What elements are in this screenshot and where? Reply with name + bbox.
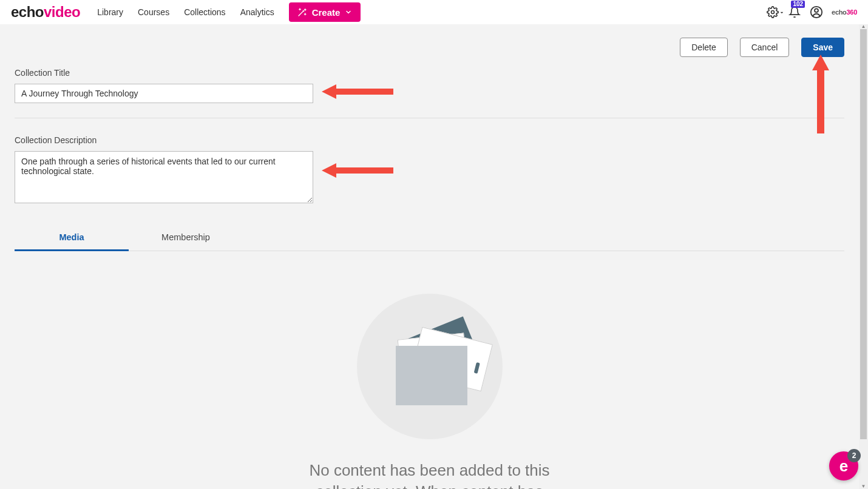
delete-button[interactable]: Delete — [680, 38, 727, 57]
svg-point-0 — [771, 11, 775, 14]
nav-courses[interactable]: Courses — [138, 7, 169, 17]
action-bar: Delete Cancel Save — [15, 38, 844, 57]
empty-illustration — [357, 294, 503, 439]
empty-line-1: No content has been added to this — [309, 461, 549, 479]
echo360-logo[interactable]: echo360 — [832, 8, 857, 16]
nav-library[interactable]: Library — [97, 7, 123, 17]
tab-membership[interactable]: Membership — [129, 225, 243, 251]
empty-state-text: No content has been added to this collec… — [309, 460, 549, 489]
scrollbar-thumb[interactable] — [860, 29, 867, 439]
magic-wand-icon — [297, 7, 307, 17]
chevron-down-icon — [779, 10, 784, 15]
settings-icon[interactable] — [766, 5, 779, 19]
content-area: ▲ ▼ Delete Cancel Save Collection Title … — [0, 24, 868, 489]
cancel-button[interactable]: Cancel — [740, 38, 790, 57]
top-nav: echovideo Library Courses Collections An… — [0, 0, 868, 24]
create-button[interactable]: Create — [289, 2, 361, 22]
svg-point-2 — [815, 8, 818, 12]
scrollbar-up-icon[interactable]: ▲ — [859, 24, 868, 29]
empty-state: No content has been added to this collec… — [15, 294, 844, 489]
chat-launcher[interactable]: e 2 — [829, 451, 858, 481]
notifications-badge: 102 — [791, 1, 805, 8]
collection-title-input[interactable] — [15, 84, 313, 103]
scrollbar[interactable]: ▲ ▼ — [859, 24, 868, 489]
notifications-icon[interactable]: 102 — [788, 5, 801, 19]
chat-glyph: e — [839, 457, 848, 476]
chat-count-badge: 2 — [847, 449, 861, 462]
collection-title-label: Collection Title — [15, 68, 844, 78]
create-button-label: Create — [312, 7, 341, 18]
echo360-part1: echo — [832, 8, 846, 16]
brand-part2: video — [44, 4, 80, 20]
divider — [15, 118, 844, 118]
brand-logo[interactable]: echovideo — [11, 4, 80, 21]
scrollbar-down-icon[interactable]: ▼ — [859, 484, 868, 489]
account-icon[interactable] — [810, 5, 823, 19]
chevron-down-icon — [345, 8, 352, 16]
collection-tabs: Media Membership — [15, 225, 844, 251]
echo360-part2: 360 — [847, 8, 857, 16]
save-button[interactable]: Save — [801, 38, 844, 57]
nav-analytics[interactable]: Analytics — [240, 7, 274, 17]
nav-collections[interactable]: Collections — [184, 7, 225, 17]
collection-description-label: Collection Description — [15, 135, 844, 145]
empty-line-2: collection yet. When content has — [316, 482, 543, 489]
tab-media[interactable]: Media — [15, 225, 129, 251]
collection-description-input[interactable] — [15, 151, 313, 203]
brand-part1: echo — [11, 4, 44, 20]
